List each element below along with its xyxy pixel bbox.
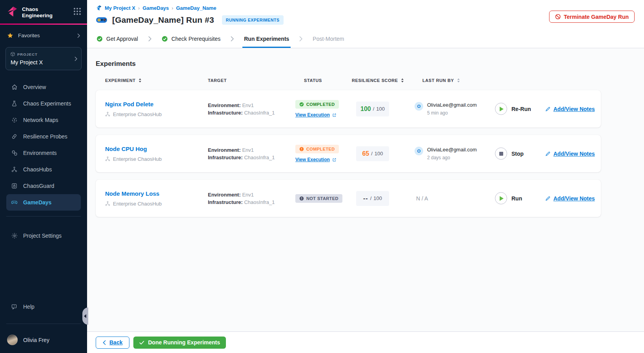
score-cell: 100 / 100: [349, 102, 415, 116]
terminate-label: Terminate GameDay Run: [564, 14, 629, 20]
status-cell: NOT STARTED: [295, 194, 349, 203]
rerun-button[interactable]: Re-Run: [495, 103, 545, 115]
breadcrumb-separator: ›: [138, 5, 140, 11]
breadcrumb-link-gameday-name[interactable]: GameDay_Name: [176, 5, 216, 11]
check-circle-icon: [96, 36, 103, 42]
runner-na: N / A: [415, 195, 428, 202]
column-header-resilience-score[interactable]: RESILIENCE SCORE: [349, 78, 415, 83]
add-view-notes-link[interactable]: Add/View Notes: [545, 195, 601, 202]
project-selector[interactable]: PROJECT My Project X: [5, 47, 82, 70]
svg-text:?: ?: [13, 305, 15, 308]
experiment-cell: Nginx Pod Delete Enterprise ChaosHub: [105, 101, 208, 117]
prohibited-icon: [555, 14, 561, 20]
apps-grid-icon[interactable]: [74, 5, 81, 15]
sidebar-header: Chaos Engineering: [0, 0, 87, 24]
star-icon: [7, 33, 13, 38]
probe-icon: [11, 133, 18, 140]
done-running-experiments-button[interactable]: Done Running Experiments: [133, 337, 226, 349]
back-button[interactable]: Back: [96, 337, 129, 349]
experiment-link[interactable]: Node Memory Loss: [105, 190, 159, 197]
gamepad-icon: [11, 199, 18, 206]
footer-bar: Back Done Running Experiments: [87, 331, 644, 353]
sidebar-item-chaos-experiments[interactable]: Chaos Experiments: [6, 95, 81, 112]
project-label: PROJECT: [17, 52, 38, 56]
environments-icon: [11, 150, 18, 156]
terminate-gameday-run-button[interactable]: Terminate GameDay Run: [549, 11, 635, 23]
step-check-prerequisites[interactable]: Check Prerequisites: [162, 30, 220, 48]
step-get-approval[interactable]: Get Approval: [96, 30, 138, 48]
nav-label: GameDays: [23, 199, 51, 206]
sidebar-item-chaoshubs[interactable]: ChaosHubs: [6, 161, 81, 178]
check-icon: [139, 340, 144, 345]
sidebar-item-chaosguard[interactable]: ChaosGuard: [6, 178, 81, 194]
score-value: 65: [362, 150, 369, 157]
stop-icon[interactable]: [495, 147, 507, 160]
nav-label: Network Maps: [23, 117, 58, 123]
score-cell: 65 / 100: [349, 146, 415, 161]
breadcrumb-link-project[interactable]: My Project X: [105, 5, 135, 11]
step-label: Check Prerequisites: [171, 36, 220, 42]
target-cell: Environment: Env1 Infrastructure: ChaosI…: [208, 191, 295, 206]
sidebar-item-gamedays[interactable]: GameDays: [6, 194, 81, 211]
nav-label: Resilience Probes: [23, 133, 67, 140]
status-badge: COMPLETED: [295, 145, 339, 153]
stop-button[interactable]: Stop: [495, 147, 545, 160]
nav-label: ChaosHubs: [23, 166, 52, 173]
nav-label: ChaosGuard: [23, 183, 54, 189]
chaoshub-icon: [105, 201, 110, 206]
sidebar-item-help[interactable]: ? Help: [6, 298, 81, 315]
page-header: My Project X › GameDays › GameDay_Name […: [87, 0, 644, 30]
step-label: Get Approval: [106, 36, 138, 42]
view-execution-link[interactable]: View Execution: [295, 112, 337, 118]
column-header-experiment[interactable]: EXPERIMENT: [105, 78, 208, 83]
play-icon[interactable]: [495, 103, 507, 115]
experiment-link[interactable]: Node CPU Hog: [105, 146, 147, 152]
last-run-by-cell: N / A: [415, 195, 495, 202]
play-icon[interactable]: [495, 192, 507, 204]
sidebar-item-favorites[interactable]: Favorites: [0, 25, 87, 41]
add-view-notes-link[interactable]: Add/View Notes: [545, 151, 601, 157]
step-run-experiments[interactable]: Run Experiments: [244, 30, 289, 48]
runner-email: OliviaLee@gmail.com: [427, 147, 477, 153]
status-badge: COMPLETED: [295, 100, 339, 109]
sidebar-item-project-settings[interactable]: Project Settings: [6, 227, 81, 244]
status-cell: COMPLETED View Execution: [295, 145, 349, 162]
experiment-link[interactable]: Nginx Pod Delete: [105, 101, 153, 107]
chevron-separator-icon: [299, 30, 302, 48]
main-area: My Project X › GameDays › GameDay_Name […: [87, 0, 644, 353]
target-cell: Environment: Env1 Infrastructure: ChaosI…: [208, 102, 295, 116]
harness-breadcrumb-icon: [96, 5, 102, 11]
chevron-separator-icon: [148, 30, 151, 48]
sidebar-item-resilience-probes[interactable]: Resilience Probes: [6, 128, 81, 145]
external-link-icon: [332, 113, 337, 117]
user-profile[interactable]: Olivia Frey: [0, 329, 87, 353]
score-value: 100: [360, 106, 371, 113]
chaoshub-icon: [105, 111, 110, 117]
target-cell: Environment: Env1 Infrastructure: ChaosI…: [208, 146, 295, 161]
chaos-engineering-logo-icon: [6, 5, 18, 17]
column-header-last-run-by[interactable]: LAST RUN BY: [415, 78, 495, 83]
sidebar: Chaos Engineering Favorites PROJECT My P…: [0, 0, 87, 353]
last-run-by-cell: O OliviaLee@gmail.com 2 days ago: [415, 147, 495, 160]
last-run-by-cell: O OliviaLee@gmail.com 5 min ago: [415, 102, 495, 116]
runner-time: 2 days ago: [427, 155, 477, 160]
gameday-stepper: Get Approval Check Prerequisites Run Exp…: [87, 30, 644, 48]
run-button[interactable]: Run: [495, 192, 545, 204]
sort-icon: [138, 78, 142, 83]
experiments-section: Experiments EXPERIMENT TARGET STATUS RES…: [87, 48, 644, 331]
favorites-label: Favorites: [18, 33, 40, 38]
external-link-icon: [332, 158, 337, 162]
sidebar-item-overview[interactable]: Overview: [6, 79, 81, 95]
sidebar-item-environments[interactable]: Environments: [6, 145, 81, 161]
view-execution-link[interactable]: View Execution: [295, 157, 337, 162]
runner-avatar: O: [415, 102, 423, 111]
page-title: [GameDay_Name] Run #3: [112, 15, 214, 25]
status-cell: COMPLETED View Execution: [295, 100, 349, 118]
user-name: Olivia Frey: [23, 337, 49, 343]
brand-title: Chaos Engineering: [22, 5, 53, 19]
gear-icon: [11, 233, 18, 239]
add-view-notes-link[interactable]: Add/View Notes: [545, 106, 601, 112]
breadcrumb-link-gamedays[interactable]: GameDays: [142, 5, 169, 11]
sidebar-item-network-maps[interactable]: Network Maps: [6, 112, 81, 128]
collapse-sidebar-handle[interactable]: [82, 308, 88, 325]
